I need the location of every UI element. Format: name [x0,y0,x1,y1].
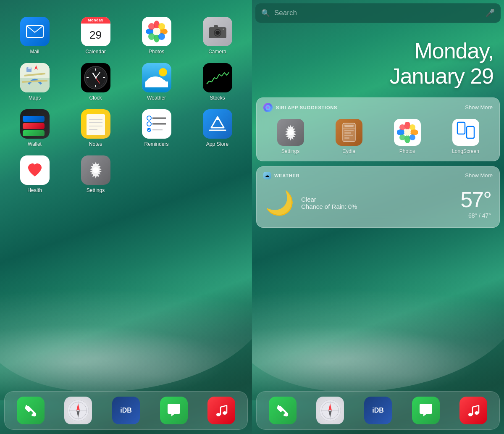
svg-point-75 [397,129,405,135]
phone-dock-right[interactable] [269,397,297,424]
svg-point-32 [95,77,97,79]
photos-app[interactable]: Photos [130,17,183,55]
siri-suggestions-widget: SIRI APP SUGGESTIONS Show More Settings [256,97,500,161]
svg-point-34 [159,68,167,76]
right-screen: 🔍 🎤 Monday, January 29 [252,0,504,434]
siri-app-photos[interactable]: Photos [380,119,434,154]
svg-line-94 [472,405,479,407]
messages-dock-right-icon [412,397,440,424]
health-app[interactable]: Health [8,155,61,193]
weather-temp-section: 57° 68° / 47° [460,187,491,219]
date-display: Monday, January 29 [252,26,504,97]
idb-dock-right[interactable]: iDB [364,397,392,424]
siri-photos-label: Photos [399,148,415,154]
music-dock-right[interactable] [459,397,487,424]
siri-photos-icon [394,119,421,146]
svg-point-74 [404,135,410,143]
weather-title-group: ☁ WEATHER [263,172,299,179]
siri-title-group: SIRI APP SUGGESTIONS [263,103,337,112]
idb-text-right: iDB [372,407,384,414]
svg-rect-67 [344,125,354,127]
health-icon [20,155,50,185]
svg-point-73 [404,122,410,130]
mail-icon [20,17,50,46]
weather-label: Weather [147,95,166,101]
search-icon: 🔍 [261,9,270,18]
clock-icon [81,63,110,92]
calendar-label: Calendar [85,49,106,55]
safari-dock-right-icon [316,397,344,424]
svg-text:I: I [27,69,27,71]
stocks-app[interactable]: Stocks [191,63,244,101]
svg-rect-71 [344,137,349,139]
reminders-label: Reminders [144,141,168,147]
svg-rect-70 [344,135,353,136]
phone-dock[interactable] [17,397,45,424]
weather-show-more[interactable]: Show More [465,172,493,179]
camera-icon [203,17,232,46]
idb-dock-icon: iDB [112,397,140,424]
weather-widget-title: WEATHER [274,173,299,178]
appstore-label: App Store [206,141,228,147]
svg-point-59 [223,411,227,415]
safari-dock-right[interactable] [316,397,344,424]
notes-icon [81,109,110,139]
mail-label: Mail [30,49,39,55]
weather-moon-icon: 🌙 [265,191,294,215]
wallet-label: Wallet [28,141,42,147]
settings-app[interactable]: Settings [69,155,122,193]
messages-dock-right[interactable] [412,397,440,424]
search-input[interactable] [274,9,481,17]
mail-app[interactable]: Mail [8,17,61,55]
music-dock-icon [207,397,235,424]
svg-rect-69 [344,132,351,134]
wallet-app[interactable]: Wallet [8,109,61,147]
appstore-app[interactable]: App Store [191,109,244,147]
svg-point-14 [215,31,220,35]
clock-label: Clock [89,95,102,101]
weather-app[interactable]: Weather [130,63,183,101]
date-line1: Monday, [262,39,494,64]
weather-high-low: 68° / 47° [460,212,491,219]
svg-point-58 [216,413,220,416]
siri-app-longscreen[interactable]: LongScreen [438,119,493,154]
calendar-app[interactable]: Monday 29 Calendar [69,17,122,55]
svg-point-44 [147,116,151,120]
appstore-icon [203,109,232,139]
siri-show-more[interactable]: Show More [465,104,493,110]
maps-app[interactable]: 280 I Maps [8,63,61,101]
left-dock: iDB [4,391,248,430]
siri-apps-grid: Settings [257,116,499,161]
messages-dock-icon [160,397,188,424]
right-dock: iDB [256,391,500,430]
health-label: Health [27,187,42,193]
notes-app[interactable]: Notes [69,109,122,147]
calendar-month: Monday [81,17,110,24]
music-dock[interactable] [207,397,235,424]
clock-app[interactable]: Clock [69,63,122,101]
date-line2: January 29 [262,64,494,89]
siri-app-cydia[interactable]: Cydia [322,119,376,154]
svg-rect-83 [467,126,474,138]
calendar-day: 29 [81,24,110,46]
camera-app[interactable]: Camera [191,17,244,55]
siri-longscreen-icon [452,119,479,146]
svg-point-81 [404,129,411,136]
notes-label: Notes [89,141,102,147]
weather-widget-icon: ☁ [263,172,271,179]
idb-dock[interactable]: iDB [112,397,140,424]
siri-app-settings[interactable]: Settings [263,119,318,154]
safari-dock[interactable] [64,397,92,424]
siri-settings-icon [277,119,304,146]
phone-dock-right-icon [269,397,297,424]
svg-point-16 [223,29,224,30]
search-bar[interactable]: 🔍 🎤 [255,3,501,23]
svg-point-76 [410,129,418,135]
stocks-label: Stocks [210,95,225,101]
weather-icon [142,63,171,92]
reminders-app[interactable]: Reminders [130,109,183,147]
microphone-icon[interactable]: 🎤 [486,8,495,18]
svg-rect-38 [145,82,168,87]
messages-dock[interactable] [160,397,188,424]
photos-icon [142,17,171,46]
